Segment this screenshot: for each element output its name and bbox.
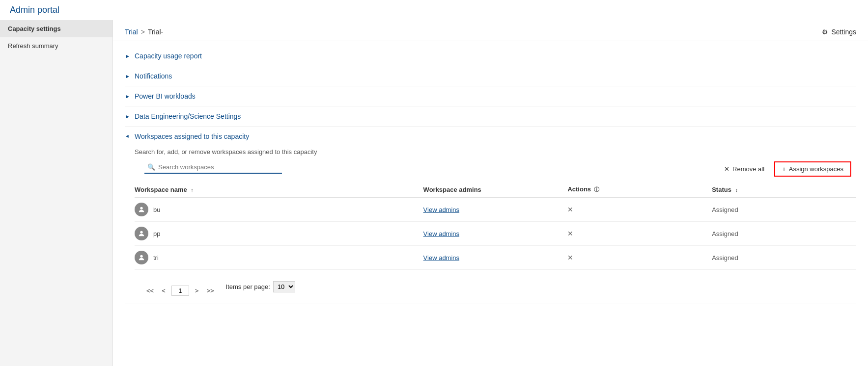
search-icon: 🔍 (147, 163, 155, 171)
table-row: tri View admins ✕ Assigned (135, 246, 856, 270)
items-per-page-select[interactable]: 102050 (273, 281, 295, 292)
section-workspaces-assigned: ▼ Workspaces assigned to this capacity S… (125, 127, 856, 304)
remove-workspace-icon[interactable]: ✕ (567, 254, 573, 261)
app-container: Admin portal Capacity settings Refresh s… (0, 0, 868, 366)
workspace-name-cell: pp (135, 222, 423, 246)
app-header: Admin portal (0, 0, 868, 20)
app-title: Admin portal (10, 5, 59, 15)
breadcrumb-bar: Trial > Trial- ⚙ Settings (113, 20, 868, 41)
svg-point-0 (140, 207, 142, 209)
view-admins-link[interactable]: View admins (423, 254, 459, 261)
sort-asc-icon[interactable]: ↑ (191, 187, 194, 193)
svg-point-2 (140, 255, 142, 258)
workspace-name-cell: tri (135, 246, 423, 270)
status-assigned-label: Assigned (712, 230, 738, 237)
sidebar: Capacity settings Refresh summary (0, 20, 113, 366)
workspace-admins-cell: View admins (423, 198, 568, 222)
content-area: Trial > Trial- ⚙ Settings ► Capacity usa… (113, 20, 868, 366)
workspace-actions-cell: ✕ (567, 222, 712, 246)
workspace-name-cell: bu (135, 198, 423, 222)
workspaces-subtitle: Search for, add, or remove workspaces as… (135, 148, 856, 156)
section-header-capacity-usage-report[interactable]: ► Capacity usage report (125, 46, 856, 66)
current-page-input[interactable] (171, 286, 189, 296)
section-data-engineering: ► Data Engineering/Science Settings (125, 106, 856, 127)
main-layout: Capacity settings Refresh summary Trial … (0, 20, 868, 366)
sidebar-item-capacity-settings[interactable]: Capacity settings (0, 20, 112, 37)
section-header-power-bi-workloads[interactable]: ► Power BI workloads (125, 86, 856, 106)
workspace-toolbar: ✕ Remove all + Assign workspaces (724, 161, 856, 177)
workspace-avatar (135, 227, 148, 240)
section-header-workspaces-assigned[interactable]: ▼ Workspaces assigned to this capacity (125, 127, 856, 146)
close-icon: ✕ (724, 165, 729, 173)
section-header-notifications[interactable]: ► Notifications (125, 66, 856, 86)
workspace-actions-cell: ✕ (567, 198, 712, 222)
workspace-status-cell: Assigned (712, 222, 856, 246)
col-header-status: Status ↕ (712, 182, 856, 198)
col-header-actions: Actions ⓘ (567, 182, 712, 198)
remove-workspace-icon[interactable]: ✕ (567, 230, 573, 237)
workspace-admins-cell: View admins (423, 222, 568, 246)
workspace-admins-cell: View admins (423, 246, 568, 270)
table-row: pp View admins ✕ Assigned (135, 222, 856, 246)
remove-all-button[interactable]: ✕ Remove all (724, 165, 764, 173)
breadcrumb-trial[interactable]: Trial (125, 28, 138, 36)
status-assigned-label: Assigned (712, 254, 738, 261)
workspace-actions-cell: ✕ (567, 246, 712, 270)
breadcrumb: Trial > Trial- (125, 28, 163, 36)
workspace-name-label: pp (153, 230, 160, 237)
view-admins-link[interactable]: View admins (423, 230, 459, 237)
sort-updown-icon[interactable]: ↕ (735, 187, 738, 193)
chevron-right-icon: ► (125, 113, 131, 119)
section-notifications: ► Notifications (125, 66, 856, 86)
section-power-bi-workloads: ► Power BI workloads (125, 86, 856, 106)
breadcrumb-trial-current: Trial- (148, 28, 163, 36)
search-workspaces-bar: 🔍 (144, 161, 282, 174)
workspace-name-label: tri (153, 254, 159, 261)
gear-icon: ⚙ (822, 28, 828, 36)
chevron-right-icon: ► (125, 93, 131, 99)
remove-workspace-icon[interactable]: ✕ (567, 206, 573, 213)
col-header-name: Workspace name ↑ (135, 182, 423, 198)
settings-button[interactable]: ⚙ Settings (822, 28, 856, 36)
sidebar-item-refresh-summary[interactable]: Refresh summary (0, 37, 112, 54)
chevron-right-icon: ► (125, 53, 131, 59)
col-header-admins: Workspace admins (423, 182, 568, 198)
section-capacity-usage-report: ► Capacity usage report (125, 46, 856, 66)
chevron-right-icon: ► (125, 73, 131, 79)
items-per-page: Items per page: 102050 (226, 281, 295, 292)
workspace-avatar (135, 251, 148, 264)
prev-page-button[interactable]: < (160, 286, 168, 295)
plus-icon: + (782, 165, 786, 173)
info-icon: ⓘ (594, 186, 599, 192)
chevron-down-icon: ▼ (125, 133, 131, 139)
breadcrumb-separator: > (141, 28, 145, 36)
next-page-button[interactable]: > (193, 286, 201, 295)
section-header-data-engineering[interactable]: ► Data Engineering/Science Settings (125, 106, 856, 126)
assign-workspaces-button[interactable]: + Assign workspaces (774, 161, 851, 177)
pagination: << < > >> (144, 286, 216, 296)
workspace-avatar (135, 203, 148, 216)
first-page-button[interactable]: << (144, 286, 156, 295)
svg-point-1 (140, 231, 142, 234)
workspace-status-cell: Assigned (712, 246, 856, 270)
search-workspaces-input[interactable] (158, 163, 279, 171)
workspace-status-cell: Assigned (712, 198, 856, 222)
view-admins-link[interactable]: View admins (423, 206, 459, 213)
pagination-row: << < > >> Items per page: 102050 (135, 278, 856, 296)
workspace-table: Workspace name ↑ Workspace admins Action… (135, 182, 856, 270)
table-row: bu View admins ✕ Assigned (135, 198, 856, 222)
status-assigned-label: Assigned (712, 206, 738, 213)
workspace-name-label: bu (153, 206, 160, 213)
last-page-button[interactable]: >> (204, 286, 216, 295)
sections-container: ► Capacity usage report ► Notifications … (113, 41, 868, 309)
